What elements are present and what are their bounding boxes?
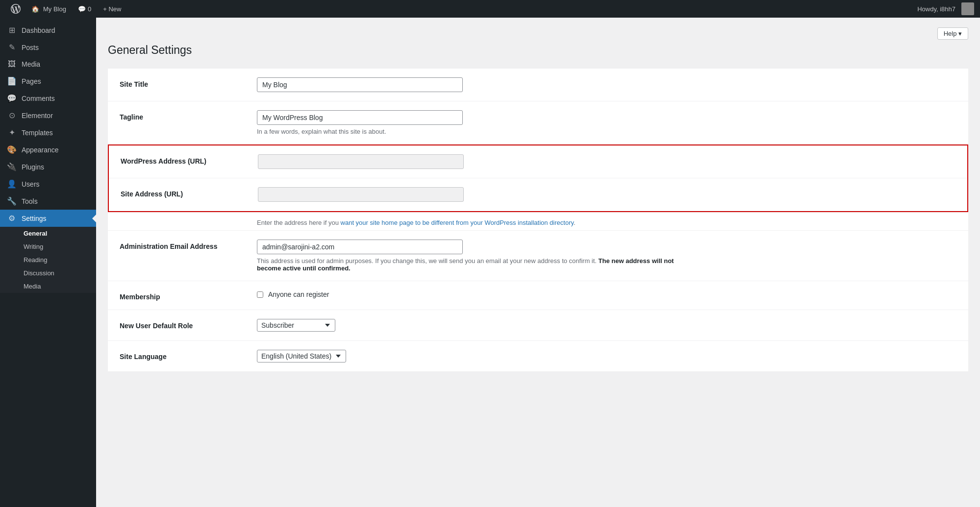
sidebar-label-elementor: Elementor <box>22 112 53 120</box>
membership-content: Anyone can register <box>257 290 956 298</box>
site-language-label: Site Language <box>120 350 257 361</box>
default-role-select[interactable]: Subscriber Contributor Author Editor Adm… <box>257 319 335 332</box>
submenu-item-discussion[interactable]: Discussion <box>0 266 96 280</box>
wp-address-label: WordPress Address (URL) <box>121 154 258 165</box>
site-title-row: Site Title <box>108 69 968 101</box>
site-language-row: Site Language English (United States) <box>108 341 968 371</box>
sidebar-label-dashboard: Dashboard <box>22 26 55 34</box>
tagline-description: In a few words, explain what this site i… <box>257 128 698 135</box>
site-address-description: Enter the address here if you want your … <box>257 219 698 226</box>
sidebar-label-comments: Comments <box>22 95 55 102</box>
membership-checkbox[interactable] <box>257 291 263 298</box>
site-title-content <box>257 77 956 92</box>
admin-bar-site[interactable]: 🏠 My Blog <box>25 0 72 18</box>
sidebar-label-settings: Settings <box>22 215 47 222</box>
sidebar-item-appearance[interactable]: 🎨 Appearance <box>0 141 96 158</box>
membership-checkbox-text: Anyone can register <box>268 290 329 298</box>
tools-icon: 🔧 <box>7 196 17 206</box>
sidebar-label-tools: Tools <box>22 197 38 205</box>
sidebar-item-plugins[interactable]: 🔌 Plugins <box>0 158 96 175</box>
tagline-content: In a few words, explain what this site i… <box>257 110 956 135</box>
sidebar-item-media[interactable]: 🖼 Media <box>0 56 96 72</box>
comment-count: 0 <box>88 5 91 13</box>
sidebar-item-comments[interactable]: 💬 Comments <box>0 90 96 107</box>
site-address-link[interactable]: want your site home page to be different… <box>341 219 574 226</box>
site-address-row: Site Address (URL) <box>109 178 967 211</box>
help-button-wrap: Help ▾ <box>108 27 968 40</box>
sidebar-item-posts[interactable]: ✎ Posts <box>0 39 96 56</box>
avatar <box>961 2 974 15</box>
admin-email-row: Administration Email Address This addres… <box>108 231 968 281</box>
admin-email-input[interactable] <box>257 240 463 254</box>
comment-icon: 💬 <box>78 5 86 13</box>
sidebar-item-users[interactable]: 👤 Users <box>0 175 96 193</box>
home-icon: 🏠 <box>31 5 39 13</box>
default-role-label: New User Default Role <box>120 319 257 330</box>
appearance-icon: 🎨 <box>7 145 17 154</box>
wp-logo-icon <box>11 4 21 14</box>
submenu-item-media[interactable]: Media <box>0 280 96 293</box>
site-address-desc-after: . <box>574 219 576 226</box>
templates-icon: ✦ <box>7 128 17 137</box>
wp-wrap: ⊞ Dashboard ✎ Posts 🖼 Media 📄 Pages 💬 Co… <box>0 0 980 507</box>
membership-checkbox-label: Anyone can register <box>257 290 329 298</box>
main-content: Help ▾ General Settings Site Title Tagli… <box>96 18 980 507</box>
tagline-row: Tagline In a few words, explain what thi… <box>108 101 968 145</box>
site-title-label: Site Title <box>120 77 257 88</box>
default-role-row: New User Default Role Subscriber Contrib… <box>108 310 968 341</box>
tagline-input[interactable] <box>257 110 463 125</box>
site-language-select[interactable]: English (United States) <box>257 350 346 362</box>
new-label: + New <box>103 5 121 13</box>
site-address-label: Site Address (URL) <box>121 187 258 198</box>
admin-email-content: This address is used for admin purposes.… <box>257 240 956 272</box>
admin-bar: 🏠 My Blog 💬 0 + New Howdy, i8hh7 <box>0 0 980 18</box>
site-address-desc-spacer <box>120 216 257 219</box>
admin-menu: ⊞ Dashboard ✎ Posts 🖼 Media 📄 Pages 💬 Co… <box>0 18 96 507</box>
sidebar-label-pages: Pages <box>22 77 41 85</box>
pages-icon: 📄 <box>7 76 17 86</box>
help-button[interactable]: Help ▾ <box>937 27 968 40</box>
plugins-icon: 🔌 <box>7 162 17 171</box>
admin-bar-right: Howdy, i8hh7 <box>913 2 974 15</box>
membership-row: Membership Anyone can register <box>108 281 968 310</box>
submenu-item-general[interactable]: General <box>0 227 96 240</box>
site-address-content <box>258 187 955 202</box>
url-highlight-section: WordPress Address (URL) Site Address (UR… <box>108 145 968 212</box>
elementor-icon: ⊙ <box>7 111 17 120</box>
sidebar-label-plugins: Plugins <box>22 163 44 171</box>
admin-email-label: Administration Email Address <box>120 240 257 250</box>
admin-email-description: This address is used for admin purposes.… <box>257 257 698 272</box>
settings-form: Site Title Tagline In a few words, expla… <box>108 69 968 371</box>
site-address-desc-row: Enter the address here if you want your … <box>108 212 968 231</box>
users-icon: 👤 <box>7 179 17 189</box>
sidebar-item-dashboard[interactable]: ⊞ Dashboard <box>0 22 96 39</box>
settings-submenu: General Writing Reading Discussion Media <box>0 227 96 293</box>
site-address-desc-before: Enter the address here if you <box>257 219 341 226</box>
admin-bar-comments[interactable]: 💬 0 <box>72 0 97 18</box>
membership-label: Membership <box>120 290 257 301</box>
wp-logo[interactable] <box>6 4 25 14</box>
wp-address-content <box>258 154 955 169</box>
site-title-input[interactable] <box>257 77 463 92</box>
comments-icon: 💬 <box>7 94 17 103</box>
sidebar-item-elementor[interactable]: ⊙ Elementor <box>0 107 96 124</box>
dashboard-icon: ⊞ <box>7 25 17 35</box>
wp-address-row: WordPress Address (URL) <box>109 145 967 178</box>
submenu-item-writing[interactable]: Writing <box>0 240 96 253</box>
sidebar-item-templates[interactable]: ✦ Templates <box>0 124 96 141</box>
sidebar-item-settings[interactable]: ⚙ Settings <box>0 210 96 227</box>
admin-bar-new[interactable]: + New <box>97 0 127 18</box>
sidebar-label-posts: Posts <box>22 44 39 51</box>
tagline-label: Tagline <box>120 110 257 121</box>
sidebar-item-pages[interactable]: 📄 Pages <box>0 72 96 90</box>
default-role-content: Subscriber Contributor Author Editor Adm… <box>257 319 956 332</box>
submenu-item-reading[interactable]: Reading <box>0 253 96 266</box>
site-address-desc-content: Enter the address here if you want your … <box>257 216 956 226</box>
sidebar-label-templates: Templates <box>22 129 53 137</box>
site-language-content: English (United States) <box>257 350 956 362</box>
sidebar-label-media: Media <box>22 60 40 68</box>
site-address-input <box>258 187 464 202</box>
sidebar-item-tools[interactable]: 🔧 Tools <box>0 193 96 210</box>
sidebar-label-users: Users <box>22 180 40 188</box>
media-icon: 🖼 <box>7 60 17 69</box>
